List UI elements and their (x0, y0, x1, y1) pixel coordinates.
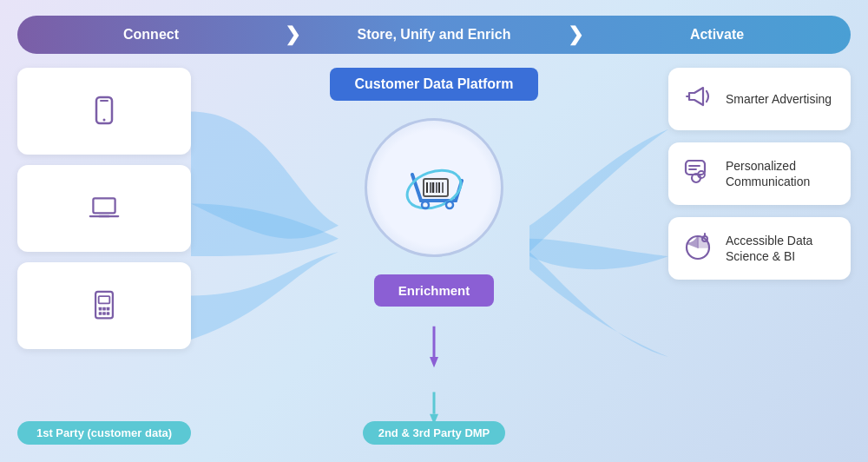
svg-rect-16 (102, 312, 106, 315)
center-column: Customer Data Platform (208, 68, 660, 445)
svg-rect-17 (107, 312, 110, 315)
svg-rect-13 (102, 307, 106, 311)
source-label-badge: 1st Party (customer data) (17, 421, 191, 445)
banner-store-label: Store, Unify and Enrich (358, 27, 511, 43)
banner-connect-label: Connect (123, 27, 179, 43)
chevron-icon-1: ❯ (285, 23, 300, 46)
chevron-icon-2: ❯ (568, 23, 583, 46)
communication-label: Personalized Communication (726, 158, 837, 189)
svg-point-5 (103, 119, 106, 122)
source-card-laptop (17, 165, 191, 252)
advertising-label: Smarter Advertising (726, 91, 832, 107)
top-banner: Connect ❯ Store, Unify and Enrich ❯ Acti… (17, 16, 851, 54)
source-card-mobile (17, 68, 191, 155)
center-circle (365, 118, 503, 257)
output-card-datascience: Accessible Data Science & BI (668, 217, 851, 280)
mobile-icon (89, 96, 120, 127)
banner-section-connect: Connect (17, 27, 285, 43)
enrichment-badge: Enrichment (374, 274, 495, 307)
svg-rect-12 (99, 307, 102, 311)
svg-rect-11 (99, 296, 110, 303)
svg-point-26 (422, 201, 429, 208)
chat-person-icon (682, 155, 713, 193)
right-column: Smarter Advertising Personalized Communi… (668, 68, 851, 445)
output-card-advertising: Smarter Advertising (668, 68, 851, 130)
main-content: 1st Party (customer data) Customer Data … (17, 68, 851, 445)
banner-section-store: Store, Unify and Enrich (300, 27, 568, 43)
banner-activate-label: Activate (690, 27, 744, 43)
dmp-badge: 2nd & 3rd Party DMP (363, 421, 506, 445)
pie-chart-icon (682, 230, 713, 267)
svg-rect-29 (686, 161, 705, 175)
svg-rect-15 (99, 312, 102, 315)
svg-rect-7 (93, 198, 115, 213)
left-column: 1st Party (customer data) (17, 68, 191, 445)
svg-point-27 (446, 201, 453, 208)
laptop-icon (89, 193, 120, 224)
pos-icon (89, 290, 120, 321)
svg-rect-14 (107, 307, 110, 311)
output-card-communication: Personalized Communication (668, 142, 851, 205)
cdp-badge: Customer Data Platform (330, 68, 537, 101)
shopping-cart-icon (391, 144, 477, 231)
datascience-label: Accessible Data Science & BI (726, 233, 837, 264)
megaphone-icon (682, 81, 713, 118)
banner-section-activate: Activate (583, 27, 851, 43)
source-card-pos (17, 262, 191, 349)
